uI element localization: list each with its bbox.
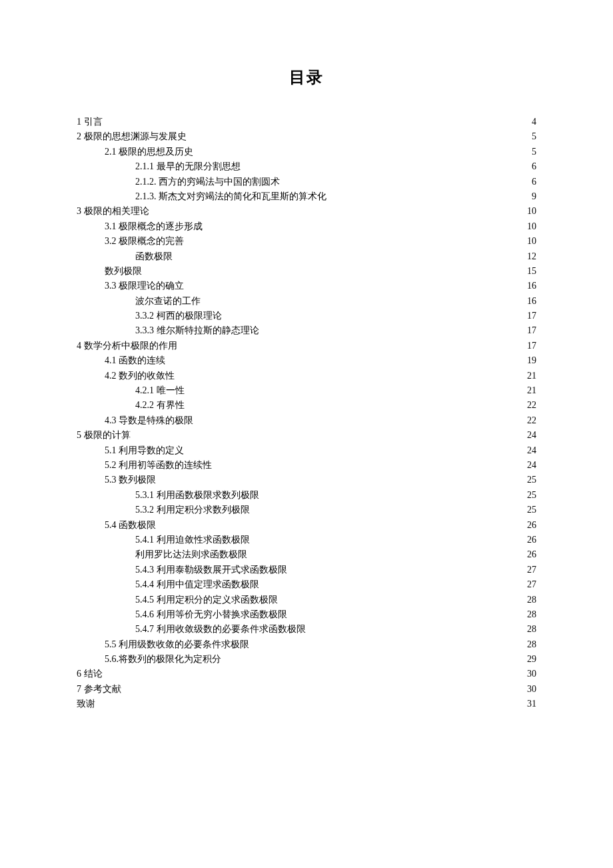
toc-entry[interactable]: 1 引言4 <box>77 115 536 129</box>
toc-entry[interactable]: 5.3.1 利用函数极限求数列极限25 <box>77 488 536 503</box>
toc-title: 目录 <box>77 67 536 88</box>
toc-entry[interactable]: 4.3 导数是特殊的极限22 <box>77 413 536 428</box>
toc-entry-label: 4.2 数列的收敛性 <box>105 369 175 383</box>
toc-entry-label: 致谢 <box>77 697 95 711</box>
toc-entry[interactable]: 4.2.2 有界性22 <box>77 398 536 413</box>
toc-entry[interactable]: 5.4.1 利用迫敛性求函数极限26 <box>77 533 536 547</box>
toc-entry[interactable]: 3.1 极限概念的逐步形成10 <box>77 219 536 234</box>
toc-entry[interactable]: 4.1 函数的连续19 <box>77 353 536 368</box>
toc-entry-page: 26 <box>526 518 536 533</box>
toc-entry[interactable]: 致谢31 <box>77 697 536 711</box>
toc-entry-page: 16 <box>526 279 536 293</box>
toc-entry-page: 22 <box>526 398 536 413</box>
toc-entry-label: 3 极限的相关理论 <box>77 204 149 219</box>
toc-entry-page: 17 <box>526 339 536 353</box>
toc-entry-label: 波尔查诺的工作 <box>135 294 201 309</box>
toc-entry[interactable]: 3.2 极限概念的完善10 <box>77 234 536 249</box>
toc-entry-label: 5.4.5 利用定积分的定义求函数极限 <box>135 593 278 607</box>
toc-entry-page: 10 <box>526 219 536 234</box>
toc-entry[interactable]: 数列极限15 <box>77 264 536 279</box>
toc-entry-page: 6 <box>530 159 536 174</box>
toc-entry[interactable]: 4 数学分析中极限的作用17 <box>77 339 536 353</box>
toc-entry[interactable]: 5.1 利用导数的定义24 <box>77 443 536 458</box>
toc-entry-label: 3.3.2 柯西的极限理论 <box>135 309 222 323</box>
toc-entry-page: 15 <box>526 264 536 279</box>
toc-entry-label: 1 引言 <box>77 115 103 129</box>
toc-entry-label: 4 数学分析中极限的作用 <box>77 339 177 353</box>
toc-entry[interactable]: 2.1.2. 西方的穷竭法与中国的割圆术6 <box>77 175 536 189</box>
toc-entry-label: 函数极限 <box>135 249 173 264</box>
toc-entry[interactable]: 利用罗比达法则求函数极限26 <box>77 547 536 562</box>
toc-entry-page: 27 <box>526 577 536 592</box>
toc-entry-page: 25 <box>526 488 536 503</box>
toc-entry[interactable]: 5.4 函数极限26 <box>77 518 536 533</box>
toc-entry-label: 4.3 导数是特殊的极限 <box>105 413 193 428</box>
toc-entry-label: 6 结论 <box>77 667 103 681</box>
toc-entry-label: 5.5 利用级数收敛的必要条件求极限 <box>105 637 249 652</box>
toc-entry[interactable]: 3.3 极限理论的确立16 <box>77 279 536 293</box>
toc-entry[interactable]: 5.3.2 利用定积分求数列极限25 <box>77 503 536 517</box>
toc-entry-label: 5.4 函数极限 <box>105 518 156 533</box>
toc-entry[interactable]: 5.4.3 利用泰勒级数展开式求函数极限27 <box>77 563 536 577</box>
toc-entry[interactable]: 5.4.4 利用中值定理求函数极限27 <box>77 577 536 592</box>
toc-entry[interactable]: 3.3.2 柯西的极限理论17 <box>77 309 536 323</box>
toc-list: 1 引言42 极限的思想渊源与发展史52.1 极限的思想及历史52.1.1 最早… <box>77 115 536 712</box>
toc-entry-page: 28 <box>526 637 536 652</box>
toc-entry[interactable]: 2.1 极限的思想及历史5 <box>77 145 536 159</box>
toc-entry[interactable]: 4.2.1 唯一性21 <box>77 383 536 398</box>
toc-entry-label: 4.2.2 有界性 <box>135 398 185 413</box>
toc-entry[interactable]: 函数极限12 <box>77 249 536 264</box>
toc-entry-page: 17 <box>526 323 536 338</box>
toc-entry-label: 3.3 极限理论的确立 <box>105 279 184 293</box>
toc-entry[interactable]: 4.2 数列的收敛性21 <box>77 369 536 383</box>
toc-entry[interactable]: 2.1.3. 斯杰文对穷竭法的简化和瓦里斯的算术化9 <box>77 189 536 204</box>
toc-entry-label: 7 参考文献 <box>77 682 121 697</box>
toc-entry-label: 数列极限 <box>105 264 142 279</box>
toc-entry-label: 2 极限的思想渊源与发展史 <box>77 129 187 144</box>
toc-entry-page: 26 <box>526 547 536 562</box>
toc-entry-label: 3.2 极限概念的完善 <box>105 234 184 249</box>
toc-entry-page: 25 <box>526 503 536 517</box>
toc-entry-page: 24 <box>526 428 536 443</box>
toc-entry-label: 5.4.1 利用迫敛性求函数极限 <box>135 533 250 547</box>
toc-entry[interactable]: 7 参考文献30 <box>77 682 536 697</box>
toc-entry-page: 12 <box>526 249 536 264</box>
toc-entry-page: 21 <box>526 383 536 398</box>
toc-entry-page: 5 <box>530 145 536 159</box>
toc-entry[interactable]: 5.3 数列极限25 <box>77 473 536 487</box>
toc-entry-label: 4.1 函数的连续 <box>105 353 165 368</box>
toc-entry-label: 3.3.3 维尔斯特拉斯的静态理论 <box>135 323 259 338</box>
toc-entry[interactable]: 5.4.7 利用收敛级数的必要条件求函数极限28 <box>77 622 536 637</box>
toc-entry[interactable]: 3 极限的相关理论10 <box>77 204 536 219</box>
toc-entry[interactable]: 5.6.将数列的极限化为定积分29 <box>77 652 536 667</box>
toc-entry[interactable]: 5.4.6 利用等价无穷小替换求函数极限28 <box>77 607 536 622</box>
toc-entry[interactable]: 5 极限的计算24 <box>77 428 536 443</box>
toc-entry-label: 5.4.6 利用等价无穷小替换求函数极限 <box>135 607 287 622</box>
page: 目录 1 引言42 极限的思想渊源与发展史52.1 极限的思想及历史52.1.1… <box>0 0 613 868</box>
toc-entry-label: 5.3.1 利用函数极限求数列极限 <box>135 488 259 503</box>
toc-entry-page: 9 <box>530 189 536 204</box>
toc-entry[interactable]: 2 极限的思想渊源与发展史5 <box>77 129 536 144</box>
toc-entry-label: 5.6.将数列的极限化为定积分 <box>105 652 221 667</box>
toc-entry[interactable]: 6 结论30 <box>77 667 536 681</box>
toc-entry[interactable]: 5.5 利用级数收敛的必要条件求极限28 <box>77 637 536 652</box>
toc-entry[interactable]: 2.1.1 最早的无限分割思想6 <box>77 159 536 174</box>
toc-entry-page: 24 <box>526 458 536 473</box>
toc-entry[interactable]: 波尔查诺的工作16 <box>77 294 536 309</box>
toc-entry-label: 利用罗比达法则求函数极限 <box>135 547 247 562</box>
toc-entry-page: 25 <box>526 473 536 487</box>
toc-entry-label: 5.4.4 利用中值定理求函数极限 <box>135 577 259 592</box>
toc-entry-page: 22 <box>526 413 536 428</box>
toc-entry[interactable]: 3.3.3 维尔斯特拉斯的静态理论17 <box>77 323 536 338</box>
toc-entry-page: 21 <box>526 369 536 383</box>
toc-entry-page: 5 <box>530 129 536 144</box>
toc-entry[interactable]: 5.2 利用初等函数的连续性24 <box>77 458 536 473</box>
toc-entry-label: 5.4.7 利用收敛级数的必要条件求函数极限 <box>135 622 306 637</box>
toc-entry-page: 4 <box>530 115 536 129</box>
toc-entry-label: 5.2 利用初等函数的连续性 <box>105 458 212 473</box>
toc-entry-page: 28 <box>526 607 536 622</box>
toc-entry-page: 17 <box>526 309 536 323</box>
toc-entry-label: 5.3 数列极限 <box>105 473 156 487</box>
toc-entry-page: 28 <box>526 593 536 607</box>
toc-entry[interactable]: 5.4.5 利用定积分的定义求函数极限28 <box>77 593 536 607</box>
